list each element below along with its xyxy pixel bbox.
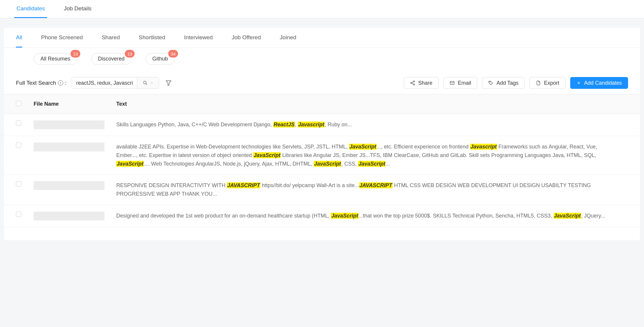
highlight: JAVASCRIPT xyxy=(359,182,393,188)
result-snippet: RESPONIVE DESIGN INTERACTIVITY WITH JAVA… xyxy=(116,181,619,198)
row-checkbox[interactable] xyxy=(16,212,21,217)
row-checkbox[interactable] xyxy=(16,143,21,148)
search-icon xyxy=(143,81,148,85)
share-icon xyxy=(410,80,415,86)
stage-tab-shortlisted[interactable]: Shortlisted xyxy=(139,28,165,48)
row-checkbox[interactable] xyxy=(16,120,21,126)
tab-candidates[interactable]: Candidates xyxy=(14,0,47,18)
info-icon[interactable]: i xyxy=(58,80,63,86)
filter-button[interactable] xyxy=(164,79,173,87)
stage-tab-job-offered[interactable]: Job Offered xyxy=(232,28,261,48)
plus-icon xyxy=(576,81,581,85)
search-input[interactable] xyxy=(72,77,137,89)
svg-point-9 xyxy=(490,82,490,82)
full-text-search-label: Full Text Search i : xyxy=(16,80,66,86)
chip-badge: 13 xyxy=(125,50,135,58)
stage-tab-joined[interactable]: Joined xyxy=(280,28,296,48)
table-row: available J2EE APIs. Expertise in Web-De… xyxy=(4,136,640,175)
filter-icon xyxy=(165,80,172,86)
stage-tab-all[interactable]: All xyxy=(16,28,22,48)
button-label: Email xyxy=(458,80,471,86)
svg-point-3 xyxy=(413,81,415,82)
highlight: JavaScript xyxy=(116,161,144,167)
filename-redacted xyxy=(34,120,104,129)
search-button[interactable] xyxy=(137,77,159,89)
chip-label: All Resumes xyxy=(40,56,70,62)
highlight: JavaScript xyxy=(253,152,281,158)
filename-redacted xyxy=(34,212,104,220)
table-row: RESPONIVE DESIGN INTERACTIVITY WITH JAVA… xyxy=(4,175,640,205)
export-icon xyxy=(536,80,541,86)
highlight: JavaScript xyxy=(314,161,341,167)
button-label: Export xyxy=(544,80,559,86)
top-tab-bar: Candidates Job Details xyxy=(0,0,644,18)
stage-tab-bar: All Phone Screened Shared Shortlisted In… xyxy=(4,28,640,48)
email-button[interactable]: Email xyxy=(443,77,477,89)
label-text: Full Text Search xyxy=(16,80,56,86)
stage-tab-phone-screened[interactable]: Phone Screened xyxy=(41,28,83,48)
filter-chip-row: All Resumes 13 Discovered 13 Github 34 xyxy=(4,48,640,65)
chevron-down-icon xyxy=(150,81,153,85)
highlight: JavaScript xyxy=(358,161,385,167)
highlight: ReactJS xyxy=(273,122,295,127)
table-row: Designed and developed the 1st web produ… xyxy=(4,205,640,227)
button-label: Add Candidates xyxy=(584,80,622,86)
tag-icon xyxy=(488,80,493,86)
label-colon: : xyxy=(65,80,66,86)
highlight: JavaScript xyxy=(331,213,358,219)
chip-github[interactable]: Github 34 xyxy=(146,53,175,65)
chip-discovered[interactable]: Discovered 13 xyxy=(91,53,131,65)
result-snippet: Skills Languages Python, Java, C++/C Web… xyxy=(116,120,619,129)
result-snippet: available J2EE APIs. Expertise in Web-De… xyxy=(116,143,619,168)
svg-line-7 xyxy=(412,83,413,84)
chip-all-resumes[interactable]: All Resumes 13 xyxy=(34,53,77,65)
mail-icon xyxy=(450,80,455,86)
filename-redacted xyxy=(34,143,104,151)
highlight: JavaScript xyxy=(554,213,581,219)
chip-label: Discovered xyxy=(98,56,125,62)
svg-marker-2 xyxy=(166,81,171,86)
toolbar: Full Text Search i : xyxy=(4,65,640,94)
svg-point-4 xyxy=(411,82,412,84)
table-body: Skills Languages Python, Java, C++/C Web… xyxy=(4,114,640,227)
stage-tab-interviewed[interactable]: Interviewed xyxy=(184,28,213,48)
highlight: JavaScript xyxy=(349,144,377,150)
highlight: JAVASCRIPT xyxy=(227,182,260,188)
column-header-text: Text xyxy=(116,101,628,107)
highlight: Javascript xyxy=(470,144,497,150)
svg-line-1 xyxy=(146,84,147,85)
share-button[interactable]: Share xyxy=(404,77,439,89)
table-header: File Name Text xyxy=(4,94,640,114)
chip-badge: 34 xyxy=(168,50,178,58)
stage-tab-shared[interactable]: Shared xyxy=(102,28,120,48)
tab-job-details[interactable]: Job Details xyxy=(61,0,94,18)
results-table: File Name Text Skills Languages Python, … xyxy=(4,94,640,227)
svg-line-6 xyxy=(412,82,413,83)
result-snippet: Designed and developed the 1st web produ… xyxy=(116,212,619,220)
row-checkbox[interactable] xyxy=(16,181,21,187)
chip-badge: 13 xyxy=(71,50,80,58)
table-row: Skills Languages Python, Java, C++/C Web… xyxy=(4,114,640,136)
add-tags-button[interactable]: Add Tags xyxy=(482,77,525,89)
export-button[interactable]: Export xyxy=(529,77,565,89)
filename-redacted xyxy=(34,181,104,190)
search-input-group xyxy=(72,77,159,89)
button-label: Share xyxy=(418,80,432,86)
svg-point-0 xyxy=(143,81,146,84)
svg-point-5 xyxy=(413,84,415,85)
chip-label: Github xyxy=(152,56,168,62)
button-label: Add Tags xyxy=(496,80,519,86)
add-candidates-button[interactable]: Add Candidates xyxy=(570,77,628,89)
candidates-panel: All Phone Screened Shared Shortlisted In… xyxy=(4,28,640,240)
column-header-filename: File Name xyxy=(34,101,116,107)
select-all-checkbox[interactable] xyxy=(16,101,21,106)
highlight: Javascript xyxy=(298,122,325,127)
